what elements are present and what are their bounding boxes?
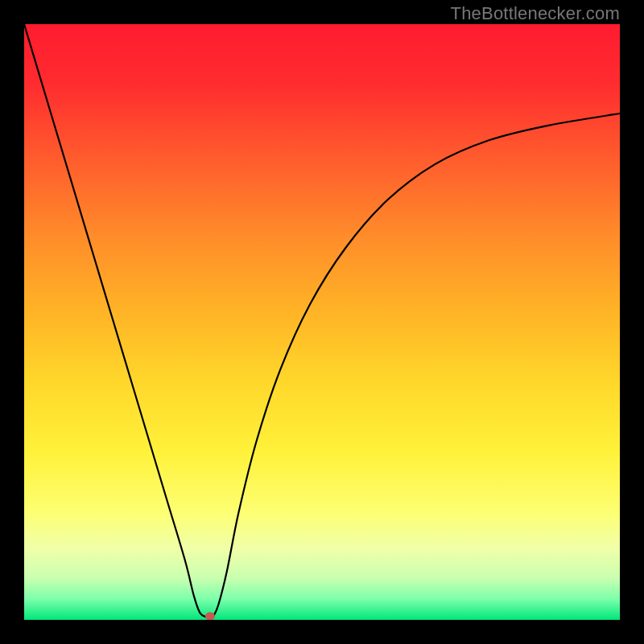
- chart-svg: [24, 24, 620, 620]
- chart-frame: TheBottlenecker.com: [0, 0, 644, 644]
- watermark-text: TheBottlenecker.com: [451, 3, 620, 24]
- plot-area: [24, 24, 620, 620]
